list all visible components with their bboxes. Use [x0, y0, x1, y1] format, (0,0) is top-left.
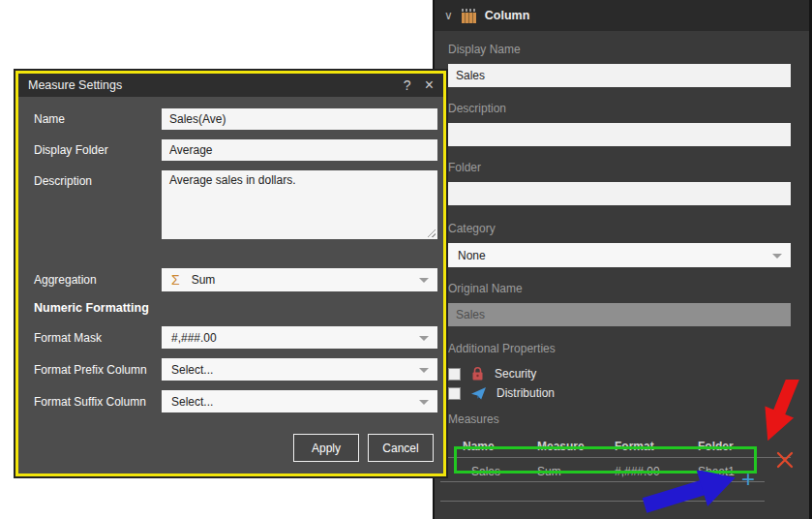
distribution-row: Distribution [448, 384, 791, 402]
aggregation-value: Sum [192, 273, 216, 287]
col-header-name: Name [448, 440, 537, 453]
format-suffix-dropdown[interactable]: Select... [162, 390, 437, 412]
delete-measure-button[interactable] [775, 450, 795, 470]
description-input[interactable] [448, 123, 791, 146]
apply-button[interactable]: Apply [293, 434, 359, 462]
column-panel-header[interactable]: ∨ Column [435, 0, 809, 31]
sigma-icon: Σ [171, 272, 180, 288]
col-header-measure: Measure [537, 440, 615, 453]
divider [440, 481, 765, 482]
display-folder-input[interactable] [162, 139, 437, 161]
display-name-input[interactable] [448, 64, 791, 87]
original-name-label: Original Name [448, 282, 791, 295]
measures-table-header: Name Measure Format Folder [448, 440, 791, 458]
category-label: Category [448, 222, 791, 235]
cell-measure: Sum [537, 465, 615, 478]
format-suffix-label: Format Suffix Column [34, 395, 162, 409]
format-prefix-dropdown[interactable]: Select... [162, 358, 437, 381]
close-icon[interactable]: × [425, 77, 434, 93]
original-name-input [448, 303, 791, 326]
dialog-titlebar[interactable]: Measure Settings ? × [18, 74, 443, 97]
name-label: Name [34, 112, 162, 126]
folder-input[interactable] [448, 182, 791, 205]
display-folder-label: Display Folder [34, 143, 162, 157]
format-mask-dropdown[interactable]: #,###.00 [162, 326, 437, 349]
dropdown-arrow-icon [419, 400, 429, 405]
measures-table: Name Measure Format Folder Sales Sum #,#… [448, 440, 791, 484]
lock-icon [471, 367, 484, 381]
format-mask-value: #,###.00 [171, 331, 217, 345]
measure-settings-dialog: Measure Settings ? × Name Display Folder… [14, 69, 448, 478]
divider [440, 501, 765, 502]
format-suffix-value: Select... [171, 395, 213, 409]
category-value: None [458, 249, 486, 262]
aggregation-label: Aggregation [34, 273, 162, 287]
description-label: Description [34, 170, 162, 188]
paper-plane-icon [471, 387, 486, 400]
panel-title: Column [485, 9, 530, 22]
security-checkbox[interactable] [448, 368, 461, 381]
add-measure-button[interactable]: + [741, 468, 755, 491]
help-icon[interactable]: ? [404, 78, 411, 92]
cell-name: Sales [448, 465, 537, 478]
dropdown-arrow-icon [419, 336, 429, 341]
format-prefix-label: Format Prefix Column [34, 363, 162, 377]
column-properties-panel: ∨ Column Display Name Description Folder… [433, 0, 812, 519]
description-textarea[interactable]: Average sales in dollars. [162, 170, 437, 239]
category-dropdown[interactable]: None [448, 243, 791, 267]
column-icon [461, 9, 477, 23]
cell-format: #,###.00 [615, 465, 698, 478]
dropdown-arrow-icon [419, 368, 429, 373]
format-prefix-value: Select... [171, 363, 213, 377]
format-mask-label: Format Mask [34, 331, 162, 345]
distribution-checkbox[interactable] [448, 387, 461, 400]
dropdown-arrow-icon [419, 278, 429, 283]
col-header-format: Format [615, 440, 698, 453]
description-label: Description [448, 102, 791, 115]
name-input[interactable] [162, 108, 437, 130]
distribution-checkbox-label: Distribution [496, 386, 555, 400]
measure-table-row[interactable]: Sales Sum #,###.00 Sheet1 [448, 458, 791, 484]
folder-label: Folder [448, 161, 791, 174]
cancel-button[interactable]: Cancel [368, 434, 434, 462]
security-checkbox-label: Security [495, 367, 536, 381]
dialog-title: Measure Settings [28, 78, 390, 92]
additional-properties-label: Additional Properties [448, 342, 791, 355]
aggregation-dropdown[interactable]: Σ Sum [162, 268, 437, 291]
security-row: Security [448, 365, 791, 382]
dropdown-arrow-icon [772, 254, 782, 259]
display-name-label: Display Name [448, 43, 791, 56]
chevron-down-icon[interactable]: ∨ [444, 10, 453, 21]
numeric-formatting-heading: Numeric Formatting [34, 301, 437, 315]
measures-label: Measures [448, 412, 791, 426]
